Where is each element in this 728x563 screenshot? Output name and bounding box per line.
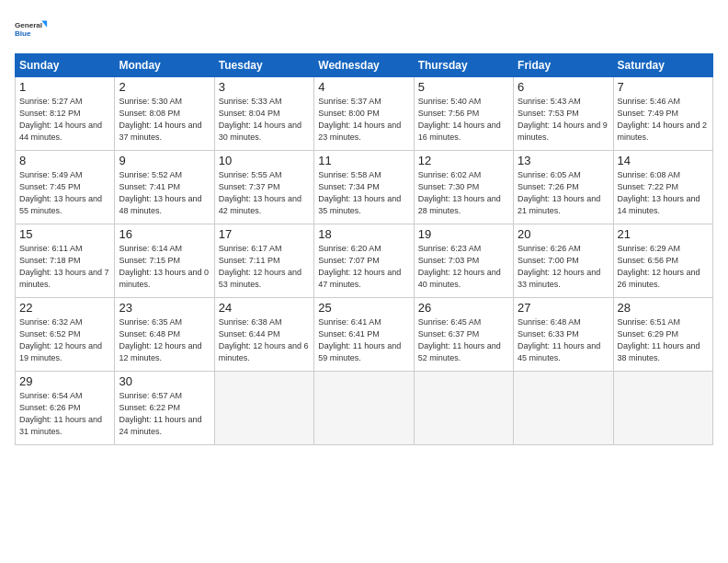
day-number: 21	[618, 227, 709, 241]
week-row-5: 29Sunrise: 6:54 AMSunset: 6:26 PMDayligh…	[16, 372, 713, 445]
day-info: Sunrise: 6:29 AMSunset: 6:56 PMDaylight:…	[618, 243, 709, 291]
day-info: Sunrise: 6:32 AMSunset: 6:52 PMDaylight:…	[19, 316, 110, 364]
week-row-2: 8Sunrise: 5:49 AMSunset: 7:45 PMDaylight…	[16, 151, 713, 224]
day-number: 2	[119, 80, 210, 94]
calendar-cell	[314, 372, 414, 445]
week-row-4: 22Sunrise: 6:32 AMSunset: 6:52 PMDayligh…	[16, 298, 713, 372]
day-info: Sunrise: 6:38 AMSunset: 6:44 PMDaylight:…	[219, 316, 310, 364]
calendar-cell: 12Sunrise: 6:02 AMSunset: 7:30 PMDayligh…	[414, 151, 513, 224]
day-info: Sunrise: 5:52 AMSunset: 7:41 PMDaylight:…	[119, 169, 210, 217]
day-info: Sunrise: 6:14 AMSunset: 7:15 PMDaylight:…	[119, 243, 210, 291]
day-info: Sunrise: 6:35 AMSunset: 6:48 PMDaylight:…	[119, 316, 210, 364]
day-number: 7	[618, 80, 709, 94]
day-header-wednesday: Wednesday	[314, 54, 414, 77]
calendar-cell: 1Sunrise: 5:27 AMSunset: 8:12 PMDaylight…	[16, 77, 115, 151]
calendar-cell: 10Sunrise: 5:55 AMSunset: 7:37 PMDayligh…	[214, 151, 313, 224]
day-info: Sunrise: 5:33 AMSunset: 8:04 PMDaylight:…	[219, 96, 310, 144]
day-number: 28	[618, 301, 709, 315]
day-info: Sunrise: 5:27 AMSunset: 8:12 PMDaylight:…	[19, 96, 110, 144]
calendar-cell: 29Sunrise: 6:54 AMSunset: 6:26 PMDayligh…	[16, 372, 115, 445]
calendar-cell: 2Sunrise: 5:30 AMSunset: 8:08 PMDaylight…	[115, 77, 214, 151]
calendar-cell: 6Sunrise: 5:43 AMSunset: 7:53 PMDaylight…	[514, 77, 613, 151]
day-number: 18	[318, 227, 409, 241]
day-info: Sunrise: 6:48 AMSunset: 6:33 PMDaylight:…	[518, 316, 609, 364]
day-info: Sunrise: 6:17 AMSunset: 7:11 PMDaylight:…	[219, 243, 310, 291]
calendar-cell: 27Sunrise: 6:48 AMSunset: 6:33 PMDayligh…	[514, 298, 613, 372]
calendar-cell	[414, 372, 513, 445]
calendar-cell: 24Sunrise: 6:38 AMSunset: 6:44 PMDayligh…	[214, 298, 313, 372]
calendar-cell: 7Sunrise: 5:46 AMSunset: 7:49 PMDaylight…	[613, 77, 712, 151]
day-info: Sunrise: 5:58 AMSunset: 7:34 PMDaylight:…	[318, 169, 409, 217]
day-number: 9	[119, 154, 210, 167]
logo-svg: General Blue	[15, 11, 48, 46]
calendar-cell	[214, 372, 313, 445]
day-info: Sunrise: 5:37 AMSunset: 8:00 PMDaylight:…	[318, 96, 409, 144]
day-number: 10	[219, 154, 310, 167]
day-number: 27	[518, 301, 609, 315]
header: General Blue	[15, 11, 713, 46]
calendar-cell: 19Sunrise: 6:23 AMSunset: 7:03 PMDayligh…	[414, 224, 513, 298]
day-number: 15	[19, 227, 110, 241]
day-info: Sunrise: 5:49 AMSunset: 7:45 PMDaylight:…	[19, 169, 110, 217]
svg-text:Blue: Blue	[15, 29, 31, 38]
calendar-cell: 17Sunrise: 6:17 AMSunset: 7:11 PMDayligh…	[214, 224, 313, 298]
calendar-cell: 16Sunrise: 6:14 AMSunset: 7:15 PMDayligh…	[115, 224, 214, 298]
day-number: 8	[19, 154, 110, 167]
calendar-cell: 18Sunrise: 6:20 AMSunset: 7:07 PMDayligh…	[314, 224, 414, 298]
calendar-table: SundayMondayTuesdayWednesdayThursdayFrid…	[15, 53, 713, 445]
day-number: 30	[119, 374, 210, 388]
day-number: 14	[618, 154, 709, 167]
day-header-tuesday: Tuesday	[214, 54, 313, 77]
day-number: 12	[418, 154, 509, 167]
calendar-cell: 15Sunrise: 6:11 AMSunset: 7:18 PMDayligh…	[16, 224, 115, 298]
calendar-cell: 30Sunrise: 6:57 AMSunset: 6:22 PMDayligh…	[115, 372, 214, 445]
day-number: 1	[19, 80, 110, 94]
day-header-sunday: Sunday	[16, 54, 115, 77]
day-number: 19	[418, 227, 509, 241]
day-header-friday: Friday	[514, 54, 613, 77]
week-row-3: 15Sunrise: 6:11 AMSunset: 7:18 PMDayligh…	[16, 224, 713, 298]
day-info: Sunrise: 6:51 AMSunset: 6:29 PMDaylight:…	[618, 316, 709, 364]
day-number: 6	[518, 80, 609, 94]
day-info: Sunrise: 6:26 AMSunset: 7:00 PMDaylight:…	[518, 243, 609, 291]
calendar-cell: 5Sunrise: 5:40 AMSunset: 7:56 PMDaylight…	[414, 77, 513, 151]
day-info: Sunrise: 6:57 AMSunset: 6:22 PMDaylight:…	[119, 390, 210, 438]
calendar-cell: 9Sunrise: 5:52 AMSunset: 7:41 PMDaylight…	[115, 151, 214, 224]
calendar-cell: 3Sunrise: 5:33 AMSunset: 8:04 PMDaylight…	[214, 77, 313, 151]
logo: General Blue	[15, 11, 48, 46]
calendar-cell: 11Sunrise: 5:58 AMSunset: 7:34 PMDayligh…	[314, 151, 414, 224]
days-header-row: SundayMondayTuesdayWednesdayThursdayFrid…	[16, 54, 713, 77]
day-number: 29	[19, 374, 110, 388]
day-info: Sunrise: 6:05 AMSunset: 7:26 PMDaylight:…	[518, 169, 609, 217]
calendar-cell	[514, 372, 613, 445]
day-number: 17	[219, 227, 310, 241]
calendar-cell: 21Sunrise: 6:29 AMSunset: 6:56 PMDayligh…	[613, 224, 712, 298]
calendar-cell: 23Sunrise: 6:35 AMSunset: 6:48 PMDayligh…	[115, 298, 214, 372]
day-info: Sunrise: 5:46 AMSunset: 7:49 PMDaylight:…	[618, 96, 709, 144]
day-info: Sunrise: 6:08 AMSunset: 7:22 PMDaylight:…	[618, 169, 709, 217]
calendar-cell: 8Sunrise: 5:49 AMSunset: 7:45 PMDaylight…	[16, 151, 115, 224]
day-info: Sunrise: 6:23 AMSunset: 7:03 PMDaylight:…	[418, 243, 509, 291]
calendar-cell: 20Sunrise: 6:26 AMSunset: 7:00 PMDayligh…	[514, 224, 613, 298]
day-info: Sunrise: 5:30 AMSunset: 8:08 PMDaylight:…	[119, 96, 210, 144]
calendar-cell: 25Sunrise: 6:41 AMSunset: 6:41 PMDayligh…	[314, 298, 414, 372]
day-info: Sunrise: 5:43 AMSunset: 7:53 PMDaylight:…	[518, 96, 609, 144]
day-info: Sunrise: 5:55 AMSunset: 7:37 PMDaylight:…	[219, 169, 310, 217]
day-info: Sunrise: 6:54 AMSunset: 6:26 PMDaylight:…	[19, 390, 110, 438]
day-number: 25	[318, 301, 409, 315]
day-number: 11	[318, 154, 409, 167]
svg-marker-2	[41, 20, 47, 27]
day-number: 20	[518, 227, 609, 241]
day-info: Sunrise: 6:41 AMSunset: 6:41 PMDaylight:…	[318, 316, 409, 364]
calendar-cell: 28Sunrise: 6:51 AMSunset: 6:29 PMDayligh…	[613, 298, 712, 372]
day-header-monday: Monday	[115, 54, 214, 77]
calendar-cell: 13Sunrise: 6:05 AMSunset: 7:26 PMDayligh…	[514, 151, 613, 224]
calendar-cell: 26Sunrise: 6:45 AMSunset: 6:37 PMDayligh…	[414, 298, 513, 372]
day-info: Sunrise: 6:45 AMSunset: 6:37 PMDaylight:…	[418, 316, 509, 364]
week-row-1: 1Sunrise: 5:27 AMSunset: 8:12 PMDaylight…	[16, 77, 713, 151]
day-info: Sunrise: 5:40 AMSunset: 7:56 PMDaylight:…	[418, 96, 509, 144]
day-number: 16	[119, 227, 210, 241]
day-number: 26	[418, 301, 509, 315]
day-info: Sunrise: 6:02 AMSunset: 7:30 PMDaylight:…	[418, 169, 509, 217]
day-number: 4	[318, 80, 409, 94]
